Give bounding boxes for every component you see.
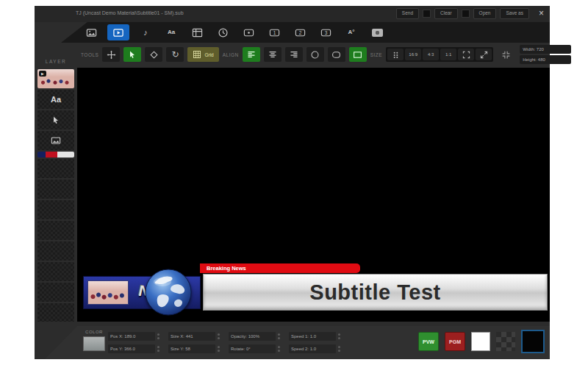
- layer-panel: LAYER ▶ Aa: [35, 43, 77, 322]
- opacity-stepper[interactable]: [278, 333, 280, 339]
- save-as-button[interactable]: Save as: [500, 8, 529, 19]
- preset-1-1-button[interactable]: 1:1: [440, 49, 456, 60]
- send-indicator[interactable]: [423, 10, 431, 18]
- pos-x-stepper[interactable]: [157, 333, 159, 339]
- globe-icon[interactable]: [145, 269, 192, 316]
- opacity-field[interactable]: Opacity: 100%: [229, 332, 276, 341]
- music-tool-button[interactable]: ♪: [136, 24, 155, 40]
- grid-label: Grid: [204, 52, 213, 57]
- fullscreen-button[interactable]: [476, 49, 492, 60]
- align-center-button[interactable]: [264, 47, 282, 62]
- image-tool-button[interactable]: [82, 24, 101, 40]
- speed1-stepper[interactable]: [338, 333, 340, 339]
- template-box-2-button[interactable]: 2: [290, 24, 309, 40]
- template-box-dot-button[interactable]: [239, 24, 258, 40]
- layer-slot-empty[interactable]: [37, 180, 74, 199]
- size-x-stepper[interactable]: [218, 333, 220, 339]
- send-button[interactable]: Send: [396, 8, 419, 19]
- size-y-field[interactable]: Size Y: 58: [168, 344, 215, 353]
- svg-text:3: 3: [324, 29, 327, 35]
- capture-tool-button[interactable]: [368, 24, 387, 40]
- text-tool-button[interactable]: Aa: [162, 24, 181, 40]
- pos-x-field[interactable]: Pos X: 189.0: [108, 332, 155, 341]
- template-box-1-button[interactable]: 1: [265, 24, 284, 40]
- fit-screen-button[interactable]: [458, 49, 474, 60]
- template-box-3-button[interactable]: 3: [316, 24, 335, 40]
- shape-rounded-rect-button[interactable]: [328, 47, 345, 62]
- cursor-icon: [128, 50, 137, 59]
- canvas-size-fields: Width: 720 Height: 480: [520, 45, 571, 64]
- layer-slot-empty[interactable]: [37, 159, 74, 178]
- layer-item-cursor[interactable]: [37, 110, 74, 130]
- video-badge-icon: ▶: [39, 71, 46, 77]
- shape-rect-button[interactable]: [349, 47, 367, 62]
- height-field[interactable]: Height: 480: [520, 55, 571, 64]
- image-icon: [86, 27, 97, 38]
- clock-tool-button[interactable]: [213, 24, 232, 40]
- color-group: COLOR: [83, 330, 105, 351]
- svg-text:1: 1: [273, 29, 276, 35]
- color-swatch[interactable]: [83, 336, 105, 351]
- circle-shape-icon: [310, 50, 320, 60]
- clear-button[interactable]: Clear: [434, 8, 458, 19]
- transparent-background-swatch[interactable]: [496, 332, 515, 351]
- pos-y-field[interactable]: Pos Y: 366.0: [108, 344, 155, 353]
- rotate-stepper[interactable]: [278, 346, 280, 352]
- speed2-stepper[interactable]: [338, 346, 340, 352]
- table-tool-button[interactable]: [187, 24, 207, 40]
- layer-item-image[interactable]: [37, 131, 74, 150]
- pos-y-stepper[interactable]: [157, 346, 159, 352]
- pvw-button[interactable]: PVW: [418, 332, 439, 351]
- grid-toggle-button[interactable]: Grid: [187, 47, 218, 62]
- layer-slot-empty[interactable]: [37, 241, 74, 261]
- width-field[interactable]: Width: 720: [520, 45, 571, 54]
- align-left-button[interactable]: [243, 47, 260, 62]
- character-tool-button[interactable]: A°: [342, 24, 361, 40]
- close-icon[interactable]: ×: [539, 9, 544, 18]
- black-background-swatch-selected[interactable]: [521, 330, 545, 353]
- svg-text:2: 2: [298, 29, 301, 35]
- video-tool-button[interactable]: [107, 24, 129, 40]
- move-tool-button[interactable]: [102, 47, 120, 62]
- rotate-field[interactable]: Rotate: 0°: [229, 344, 276, 353]
- layer-slot-empty[interactable]: [37, 303, 74, 322]
- breaking-news-banner[interactable]: Breaking News: [200, 263, 360, 273]
- white-background-swatch[interactable]: [471, 332, 490, 351]
- open-button[interactable]: Open: [473, 8, 497, 19]
- preview-canvas[interactable]: Breaking News Subtitle Test NEWS: [77, 68, 550, 322]
- size-x-field[interactable]: Size X: 441: [168, 332, 215, 341]
- layer-item-photo[interactable]: ▶: [37, 69, 74, 88]
- lowerthird-strip-icon: [37, 152, 74, 158]
- free-size-button[interactable]: [387, 49, 404, 60]
- layer-item-lowerthird[interactable]: [37, 152, 74, 158]
- clear-indicator[interactable]: [462, 10, 470, 18]
- size-y-stepper[interactable]: [218, 346, 220, 352]
- layer-slot-empty[interactable]: [37, 283, 74, 302]
- select-tool-button[interactable]: [123, 47, 141, 62]
- layer-panel-header: LAYER: [35, 59, 77, 64]
- size-column: Size X: 441 Size Y: 58: [168, 332, 220, 353]
- speed1-field[interactable]: Speed 1: 1.0: [289, 332, 336, 341]
- pgm-button[interactable]: PGM: [445, 332, 465, 351]
- align-right-button[interactable]: [285, 47, 303, 62]
- preset-16-9-button[interactable]: 16:9: [405, 49, 421, 60]
- news-photo-thumbnail[interactable]: [87, 280, 129, 305]
- character-icon: A°: [348, 29, 355, 35]
- layer-item-text[interactable]: Aa: [37, 90, 74, 109]
- shape-circle-button[interactable]: [306, 47, 324, 62]
- layer-slot-empty[interactable]: [37, 221, 74, 240]
- screenshot-stage: TJ (Uncast Demo Material\Subtitle01 - SM…: [0, 0, 588, 368]
- opacity-column: Opacity: 100% Rotate: 0°: [229, 332, 280, 353]
- color-label: COLOR: [83, 330, 105, 334]
- subtitle-bar[interactable]: Subtitle Test: [203, 274, 548, 311]
- transform-tool-button[interactable]: [145, 47, 162, 62]
- size-label: SIZE: [370, 52, 382, 57]
- layer-slot-empty[interactable]: [37, 262, 74, 281]
- speed2-field[interactable]: Speed 2: 1.0: [289, 344, 336, 353]
- safe-area-button[interactable]: [497, 47, 514, 62]
- rotate-tool-button[interactable]: ↻: [166, 47, 184, 62]
- preset-4-3-button[interactable]: 4:3: [423, 49, 439, 60]
- layer-slot-empty[interactable]: [37, 200, 74, 219]
- table-icon: [192, 27, 203, 38]
- capture-camera-icon: [372, 29, 383, 37]
